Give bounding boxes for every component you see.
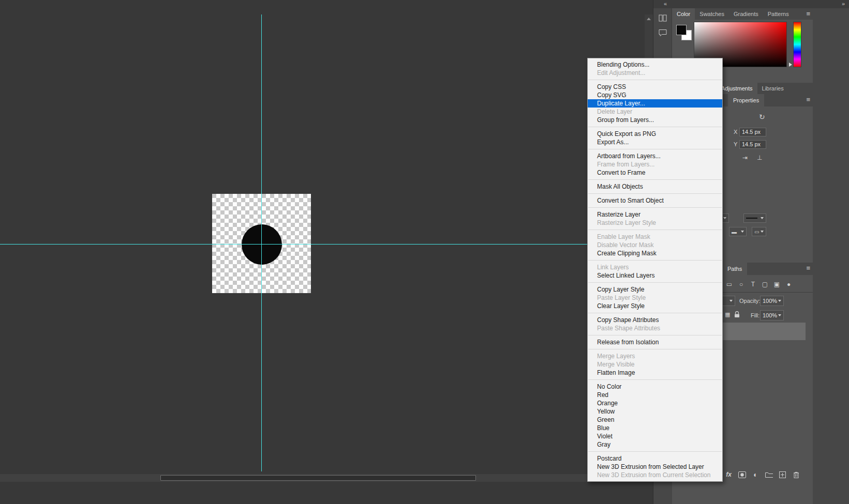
- menu-item-artboard-from-layers[interactable]: Artboard from Layers...: [588, 152, 722, 160]
- stroke-cap-icon: ▭: [754, 229, 759, 235]
- delete-layer-trash-icon[interactable]: [792, 471, 800, 478]
- opacity-dropdown[interactable]: 100%: [760, 296, 784, 306]
- menu-item-no-color[interactable]: No Color: [588, 383, 722, 391]
- menu-item-create-clipping-mask[interactable]: Create Clipping Mask: [588, 249, 722, 257]
- menu-item-paste-layer-style[interactable]: Paste Layer Style: [588, 294, 722, 302]
- path-tool-icon-5[interactable]: ●: [783, 281, 795, 288]
- menu-separator: [588, 335, 722, 335]
- menu-separator: [588, 179, 722, 180]
- menu-item-convert-to-smart-object[interactable]: Convert to Smart Object: [588, 196, 722, 205]
- horizontal-scrollbar-thumb[interactable]: [160, 475, 476, 481]
- menu-item-copy-layer-style[interactable]: Copy Layer Style: [588, 285, 722, 294]
- scroll-up-icon[interactable]: [647, 18, 651, 20]
- new-group-folder-icon[interactable]: [765, 471, 773, 478]
- path-tool-icon-3[interactable]: ▢: [759, 281, 771, 288]
- menu-item-convert-to-frame[interactable]: Convert to Frame: [588, 169, 722, 177]
- hue-slider-marker[interactable]: [789, 63, 792, 67]
- menu-item-gray[interactable]: Gray: [588, 440, 722, 449]
- tab-properties[interactable]: Properties: [728, 94, 764, 106]
- menu-item-violet[interactable]: Violet: [588, 432, 722, 440]
- horizontal-scrollbar[interactable]: [0, 474, 645, 482]
- menu-item-rasterize-layer-style[interactable]: Rasterize Layer Style: [588, 219, 722, 227]
- path-tool-icon-1[interactable]: ○: [735, 281, 747, 288]
- menu-item-red[interactable]: Red: [588, 391, 722, 399]
- menu-item-quick-export-as-png[interactable]: Quick Export as PNG: [588, 130, 722, 138]
- panel-dock-icon[interactable]: [659, 14, 667, 24]
- lock-transparency-icon[interactable]: ▦: [725, 311, 730, 318]
- flip-vertical-icon[interactable]: ⊥: [757, 154, 762, 161]
- menu-item-release-from-isolation[interactable]: Release from Isolation: [588, 338, 722, 346]
- tab-patterns[interactable]: Patterns: [763, 8, 794, 20]
- menu-item-mask-all-objects[interactable]: Mask All Objects: [588, 182, 722, 191]
- menu-item-link-layers[interactable]: Link Layers: [588, 263, 722, 271]
- menu-item-clear-layer-style[interactable]: Clear Layer Style: [588, 302, 722, 310]
- lock-all-icon[interactable]: [734, 311, 740, 320]
- path-tool-icon-0[interactable]: ▭: [723, 281, 735, 288]
- menu-item-delete-layer[interactable]: Delete Layer: [588, 108, 722, 116]
- tab-swatches[interactable]: Swatches: [695, 8, 729, 20]
- menu-item-merge-visible[interactable]: Merge Visible: [588, 360, 722, 369]
- menu-item-new-3d-extrusion-from-current-selection[interactable]: New 3D Extrusion from Current Selection: [588, 471, 722, 479]
- tab-gradients[interactable]: Gradients: [729, 8, 763, 20]
- menu-item-flatten-image[interactable]: Flatten Image: [588, 369, 722, 377]
- menu-item-edit-adjustment[interactable]: Edit Adjustment...: [588, 69, 722, 77]
- vertical-guide[interactable]: [261, 14, 262, 471]
- menu-item-group-from-layers[interactable]: Group from Layers...: [588, 116, 722, 124]
- chevron-down-icon: [761, 231, 764, 233]
- menu-item-rasterize-layer[interactable]: Rasterize Layer: [588, 210, 722, 219]
- menu-separator: [588, 451, 722, 452]
- hue-slider[interactable]: [793, 22, 801, 67]
- stroke-align-dropdown[interactable]: ▬: [729, 227, 747, 236]
- menu-item-copy-shape-attributes[interactable]: Copy Shape Attributes: [588, 316, 722, 324]
- canvas-area[interactable]: [0, 0, 653, 504]
- menu-item-orange[interactable]: Orange: [588, 399, 722, 407]
- flip-horizontal-icon[interactable]: ⇥: [742, 154, 748, 161]
- path-tool-icon-2[interactable]: T: [747, 281, 759, 288]
- menu-item-select-linked-layers[interactable]: Select Linked Layers: [588, 271, 722, 280]
- tab-paths[interactable]: Paths: [722, 263, 747, 275]
- color-panel-menu-icon[interactable]: ≡: [806, 10, 810, 18]
- sync-icon[interactable]: ↻: [759, 113, 765, 121]
- ellipse-layer-shape: [242, 224, 282, 265]
- menu-item-new-3d-extrusion-from-selected-layer[interactable]: New 3D Extrusion from Selected Layer: [588, 463, 722, 471]
- tab-color[interactable]: Color: [672, 8, 695, 20]
- path-tool-icon-4[interactable]: ▣: [771, 281, 783, 288]
- menu-item-duplicate-layer[interactable]: Duplicate Layer...: [588, 99, 722, 108]
- menu-item-blue[interactable]: Blue: [588, 424, 722, 432]
- chevron-down-icon: [778, 300, 781, 302]
- stroke-style-dropdown[interactable]: [743, 213, 766, 223]
- stroke-cap-dropdown[interactable]: ▭: [752, 227, 766, 236]
- menu-item-disable-vector-mask[interactable]: Disable Vector Mask: [588, 241, 722, 249]
- menu-item-export-as[interactable]: Export As...: [588, 138, 722, 146]
- y-coordinate-field[interactable]: 14.5 px: [739, 140, 766, 149]
- adjustment-layer-icon[interactable]: ◐: [752, 470, 759, 479]
- paths-toolbar: ▭○T▢▣●: [723, 279, 795, 288]
- menu-item-postcard[interactable]: Postcard: [588, 454, 722, 463]
- fill-dropdown[interactable]: 100%: [760, 310, 784, 320]
- menu-item-green[interactable]: Green: [588, 416, 722, 424]
- expand-panels-icon[interactable]: »: [842, 0, 845, 8]
- layer-mask-icon[interactable]: [738, 471, 746, 478]
- chevron-down-icon: [729, 300, 733, 302]
- menu-separator: [588, 80, 722, 80]
- layer-style-fx-icon[interactable]: fx: [725, 471, 733, 478]
- menu-item-copy-css[interactable]: Copy CSS: [588, 83, 722, 91]
- menu-item-paste-shape-attributes[interactable]: Paste Shape Attributes: [588, 324, 722, 332]
- collapse-panels-icon[interactable]: «: [664, 0, 667, 8]
- menu-item-blending-options[interactable]: Blending Options...: [588, 60, 722, 69]
- horizontal-guide[interactable]: [0, 244, 653, 245]
- tab-libraries[interactable]: Libraries: [757, 83, 788, 94]
- menu-item-copy-svg[interactable]: Copy SVG: [588, 91, 722, 99]
- paths-panel-menu-icon[interactable]: ≡: [806, 264, 810, 272]
- properties-panel-menu-icon[interactable]: ≡: [806, 96, 810, 103]
- comments-icon[interactable]: [659, 29, 667, 39]
- menu-item-enable-layer-mask[interactable]: Enable Layer Mask: [588, 233, 722, 241]
- menu-item-merge-layers[interactable]: Merge Layers: [588, 352, 722, 360]
- menu-separator: [588, 349, 722, 349]
- x-coordinate-label: X: [734, 129, 737, 135]
- new-layer-icon[interactable]: [779, 471, 786, 478]
- x-coordinate-field[interactable]: 14.5 px: [739, 128, 766, 136]
- menu-item-frame-from-layers[interactable]: Frame from Layers...: [588, 160, 722, 169]
- menu-item-yellow[interactable]: Yellow: [588, 407, 722, 416]
- foreground-color-swatch[interactable]: [676, 25, 687, 35]
